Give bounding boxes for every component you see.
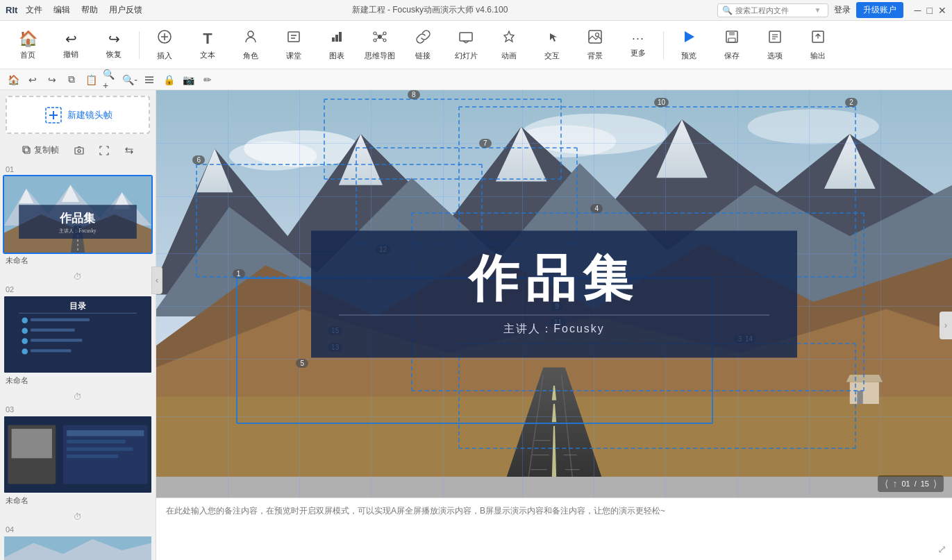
- toolbar-separator-2: [663, 31, 664, 59]
- canvas-align-tool[interactable]: [142, 72, 157, 87]
- canvas-main[interactable]: 1 2 3 4 5 6 7 8: [156, 90, 952, 498]
- toolbar-save[interactable]: 保存: [711, 24, 753, 66]
- toolbar-redo[interactable]: ↪ 恢复: [93, 24, 135, 66]
- notes-expand-button[interactable]: ⤢: [937, 543, 946, 556]
- menu-edit[interactable]: 编辑: [53, 4, 70, 16]
- toolbar-mindmap[interactable]: 思维导图: [359, 24, 401, 66]
- canvas-lock-tool[interactable]: 🔒: [161, 72, 176, 87]
- toolbar-more[interactable]: ··· 更多: [617, 24, 659, 66]
- toolbar-undo[interactable]: ↩ 撤销: [50, 24, 92, 66]
- svg-rect-62: [31, 339, 82, 341]
- copy-frame-button[interactable]: 复制帧: [18, 142, 63, 158]
- frame-thumb-04[interactable]: [3, 535, 153, 560]
- toolbar-lesson[interactable]: 课堂: [273, 24, 315, 66]
- menu-help[interactable]: 帮助: [81, 4, 98, 16]
- text-icon: T: [203, 30, 212, 48]
- toolbar-preview[interactable]: 预览: [668, 24, 710, 66]
- toolbar-separator-1: [139, 31, 140, 59]
- slide-presenter: 主讲人：Focusky: [339, 314, 769, 337]
- canvas-undo-tool[interactable]: ↩: [25, 72, 40, 87]
- toolbar-undo-label: 撤销: [63, 49, 78, 60]
- sidebar-collapse-button[interactable]: ‹: [151, 266, 162, 294]
- canvas-paste-tool[interactable]: 📋: [83, 72, 99, 87]
- login-button[interactable]: 登录: [834, 4, 851, 16]
- search-input[interactable]: [735, 6, 812, 15]
- export-icon: [810, 29, 826, 49]
- playback-total: 15: [921, 480, 929, 488]
- share-button[interactable]: ↑: [892, 478, 897, 489]
- canvas-home-tool[interactable]: 🏠: [6, 72, 21, 87]
- playback-separator: /: [915, 480, 917, 488]
- sidebar: 新建镜头帧 复制帧 01: [0, 90, 156, 560]
- canvas-screenshot-tool[interactable]: 📷: [181, 72, 196, 87]
- svg-line-18: [382, 38, 384, 40]
- window-title: 新建工程 - Focusky动画演示大师 v4.6.100: [352, 4, 508, 16]
- slide-title-overlay: 作品集 主讲人：Focusky: [311, 230, 797, 357]
- toolbar-bg[interactable]: 背景: [574, 24, 616, 66]
- titlebar: RIt 文件 编辑 帮助 用户反馈 新建工程 - Focusky动画演示大师 v…: [0, 0, 952, 21]
- frame-thumb-03[interactable]: [3, 415, 153, 494]
- canvas-zoom-out-tool[interactable]: 🔍-: [122, 72, 137, 87]
- play-prev-button[interactable]: ⟨: [885, 478, 888, 489]
- svg-rect-26: [729, 31, 735, 35]
- divider-icon-2: ⏱: [74, 392, 82, 402]
- swap-button[interactable]: [120, 144, 138, 158]
- frame-thumb-content-04: [4, 536, 151, 560]
- titlebar-left: RIt 文件 编辑 帮助 用户反馈: [6, 4, 142, 16]
- toolbar-interact[interactable]: 交互: [531, 24, 573, 66]
- minimize-button[interactable]: ─: [915, 5, 921, 16]
- canvas-copy-tool[interactable]: ⧉: [64, 72, 79, 87]
- mindmap-icon: [372, 29, 387, 49]
- canvas-area[interactable]: 1 2 3 4 5 6 7 8: [156, 90, 952, 560]
- fullscreen-icon: [99, 146, 109, 155]
- window-controls: ─ □ ✕: [915, 5, 946, 16]
- frame-thumb-content-03: [4, 416, 151, 493]
- svg-point-13: [374, 39, 376, 42]
- maximize-button[interactable]: □: [927, 5, 933, 16]
- preview-icon: [681, 29, 696, 49]
- svg-point-63: [22, 348, 27, 354]
- fullscreen-button[interactable]: [95, 144, 113, 158]
- screenshot-button[interactable]: [70, 144, 88, 158]
- svg-text:作品集: 作品集: [59, 212, 96, 225]
- toolbar-home[interactable]: 🏠 首页: [7, 24, 49, 66]
- play-next-button[interactable]: ⟩: [933, 478, 937, 489]
- toolbar-animate-label: 动画: [501, 51, 517, 61]
- toolbar-link-label: 链接: [415, 51, 431, 61]
- search-box[interactable]: 🔍 ▼: [717, 3, 828, 17]
- toolbar-insert[interactable]: 插入: [144, 24, 185, 66]
- toolbar-animate[interactable]: 动画: [488, 24, 530, 66]
- toolbar-text[interactable]: T 文本: [187, 24, 228, 66]
- toolbar-options[interactable]: 选项: [754, 24, 796, 66]
- frame-item-01: 01: [3, 164, 153, 267]
- frame-thumb-02[interactable]: 目录: [3, 295, 153, 374]
- frame-thumb-content-02: 目录: [4, 296, 151, 373]
- close-button[interactable]: ✕: [938, 5, 946, 16]
- svg-line-15: [376, 34, 378, 35]
- canvas-redo-tool[interactable]: ↪: [44, 72, 60, 87]
- toolbar-chart[interactable]: 图表: [316, 24, 358, 66]
- app-logo: RIt: [6, 5, 17, 15]
- canvas-zoom-in-tool[interactable]: 🔍+: [103, 72, 118, 87]
- svg-rect-22: [589, 31, 601, 43]
- menu-file[interactable]: 文件: [26, 4, 42, 16]
- upgrade-button[interactable]: 升级账户: [856, 2, 903, 18]
- frame-thumb-01[interactable]: 作品集 主讲人：Focusky: [3, 175, 153, 254]
- canvas-collapse-right-button[interactable]: ›: [940, 312, 952, 339]
- search-dropdown-icon[interactable]: ▼: [815, 6, 821, 14]
- toolbar-role[interactable]: 角色: [230, 24, 272, 66]
- new-frame-button[interactable]: 新建镜头帧: [6, 96, 150, 134]
- copy-frame-label: 复制帧: [34, 144, 59, 156]
- slide-main-title: 作品集: [339, 251, 769, 306]
- menu-feedback[interactable]: 用户反馈: [109, 4, 142, 16]
- role-icon: [243, 29, 258, 49]
- swap-icon: [124, 146, 134, 155]
- toolbar-export[interactable]: 输出: [797, 24, 839, 66]
- toolbar-slide[interactable]: 幻灯片: [445, 24, 487, 66]
- canvas-edit-tool[interactable]: ✏: [200, 72, 215, 87]
- svg-point-77: [229, 142, 317, 171]
- toolbar-link[interactable]: 链接: [402, 24, 444, 66]
- svg-line-17: [376, 38, 378, 40]
- frame-label-canvas-8: 8: [408, 90, 420, 99]
- notes-textarea[interactable]: [156, 498, 952, 560]
